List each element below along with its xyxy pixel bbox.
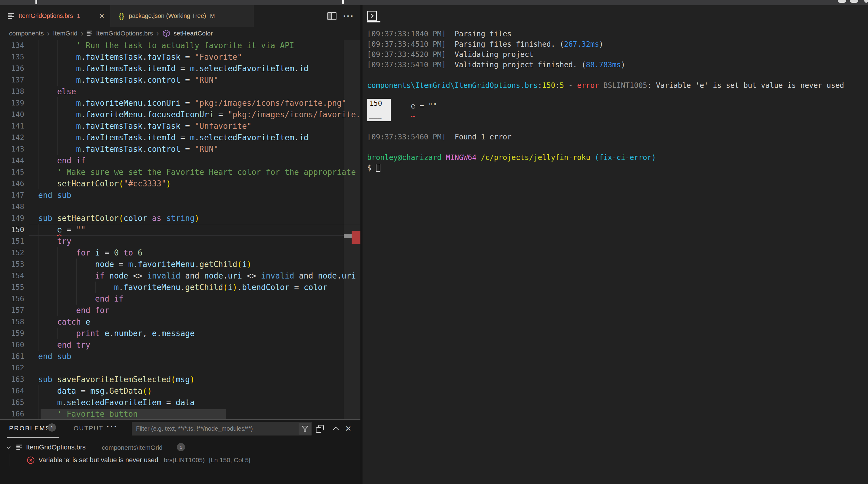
code-text: m.favoriteMenu.iconUri = "pkg:/images/ic…	[38, 97, 346, 109]
code-line[interactable]: 142 m.favItemsTask.itemId = m.selectedFa…	[0, 132, 361, 143]
editor-tab-bar: ItemGridOptions.brs 1 × {} package.json …	[0, 5, 361, 27]
file-list-icon	[8, 13, 14, 19]
line-number: 140	[0, 109, 24, 120]
code-line[interactable]: 152 for i = 0 to 6	[0, 247, 361, 258]
code-line[interactable]: 154 if node <> invalid and node.uri <> i…	[0, 270, 361, 282]
window-artifact	[850, 0, 858, 3]
code-line[interactable]: 138 else	[0, 86, 361, 97]
code-line[interactable]: 160 end try	[0, 339, 361, 351]
filter-input[interactable]	[132, 422, 297, 435]
line-number: 159	[0, 328, 24, 339]
code-line[interactable]: 156 end if	[0, 293, 361, 305]
code-text: m.favItemsTask.favTask = "Unfavorite"	[38, 120, 251, 132]
problems-file-name: ItemGridOptions.brs	[26, 444, 86, 451]
collapse-all-icon[interactable]	[315, 424, 325, 434]
code-line[interactable]: 143 m.favItemsTask.control = "RUN"	[0, 143, 361, 155]
code-text: data = msg.GetData()	[38, 385, 152, 397]
chevron-down-icon[interactable]	[5, 444, 12, 451]
code-line[interactable]: 149sub setHeartColor(color as string)	[0, 212, 361, 224]
code-line[interactable]: 158 catch e	[0, 316, 361, 328]
vscode-window: ItemGridOptions.brs 1 × {} package.json …	[0, 0, 868, 484]
code-line[interactable]: 166 ' Favorite button	[0, 408, 361, 420]
line-number: 141	[0, 120, 24, 132]
problems-error-row[interactable]: Variable 'e' is set but value is never u…	[0, 454, 361, 466]
code-line[interactable]: 164 data = msg.GetData()	[0, 385, 361, 397]
code-line[interactable]: 157 end for	[0, 305, 361, 316]
code-line[interactable]: 162	[0, 362, 361, 374]
code-line[interactable]: 137 m.favItemsTask.control = "RUN"	[0, 74, 361, 86]
line-number: 166	[0, 408, 24, 420]
close-icon[interactable]: ×	[99, 12, 104, 20]
line-number: 134	[0, 40, 24, 51]
file-list-icon	[87, 31, 93, 36]
more-tabs-icon[interactable]: ···	[106, 422, 118, 431]
terminal-panel[interactable]: 150 ___ [09:37:33:1840 PM] Parsing files…	[363, 5, 868, 484]
split-editor-icon[interactable]	[328, 12, 337, 20]
code-line[interactable]: 136 m.favItemsTask.itemId = m.selectedFa…	[0, 63, 361, 74]
code-line[interactable]: 165 m.selectedFavoriteItem = data	[0, 397, 361, 408]
breadcrumb-item-symbol[interactable]: setHeartColor	[174, 30, 213, 37]
code-line[interactable]: 134 ' Run the task to actually favorite …	[0, 40, 361, 51]
terminal-line: components\ItemGrid\ItemGridOptions.brs:…	[367, 80, 868, 91]
code-editor[interactable]: 134 ' Run the task to actually favorite …	[0, 40, 361, 420]
tab-problems[interactable]: PROBLEMS	[9, 425, 51, 432]
code-line[interactable]: 163sub saveFavoriteItemSelected(msg)	[0, 374, 361, 385]
tab-itemgridoptions[interactable]: ItemGridOptions.brs 1 ×	[0, 5, 110, 27]
code-text: end sub	[38, 190, 71, 201]
code-line[interactable]: 140 m.favoriteMenu.focusedIconUri = "pkg…	[0, 109, 361, 120]
code-line[interactable]: 147end sub	[0, 190, 361, 201]
code-text: m.selectedFavoriteItem = data	[38, 397, 195, 408]
line-number: 150	[0, 224, 24, 235]
code-line[interactable]: 141 m.favItemsTask.favTask = "Unfavorite…	[0, 120, 361, 132]
code-line[interactable]: 151 try	[0, 235, 361, 247]
line-number: 135	[0, 51, 24, 63]
problems-panel: PROBLEMS 1 OUTPUT ··· ×	[0, 420, 361, 484]
tab-label: ItemGridOptions.brs	[19, 12, 73, 20]
more-actions-icon[interactable]: ···	[343, 11, 354, 21]
error-icon	[27, 456, 35, 464]
problems-filter	[132, 422, 312, 435]
code-line[interactable]: 155 m.favoriteMenu.getChild(i).blendColo…	[0, 282, 361, 293]
line-number: 155	[0, 282, 24, 293]
window-artifact	[864, 0, 868, 3]
breadcrumb-item-file[interactable]: ItemGridOptions.brs	[96, 30, 153, 37]
code-lines: 134 ' Run the task to actually favorite …	[0, 40, 361, 420]
code-line[interactable]: 153 node = m.favoriteMenu.getChild(i)	[0, 258, 361, 270]
code-line[interactable]: 139 m.favoriteMenu.iconUri = "pkg:/image…	[0, 97, 361, 109]
code-text: sub setHeartColor(color as string)	[38, 212, 199, 224]
line-number: 158	[0, 316, 24, 328]
line-number: 160	[0, 339, 24, 351]
breadcrumb-item-components[interactable]: components	[9, 30, 43, 37]
error-message: Variable 'e' is set but value is never u…	[38, 456, 158, 464]
close-panel-icon[interactable]: ×	[343, 420, 354, 437]
panel-divider[interactable]	[361, 5, 363, 484]
code-text: print e.number, e.message	[38, 328, 195, 339]
code-line[interactable]: 161end sub	[0, 351, 361, 362]
code-line[interactable]: 145 ' Make sure we set the Favorite Hear…	[0, 166, 361, 178]
terminal-line	[367, 121, 868, 132]
code-text: end try	[38, 339, 90, 351]
code-line[interactable]: 150 e = ""	[0, 224, 361, 235]
line-number: 137	[0, 74, 24, 86]
breadcrumb-item-itemgrid[interactable]: ItemGrid	[53, 30, 78, 37]
filter-funnel-icon[interactable]	[299, 423, 311, 435]
titlebar-strip	[0, 0, 868, 5]
line-number: 151	[0, 235, 24, 247]
problems-file-row[interactable]: ItemGridOptions.brs components\ItemGrid …	[0, 441, 361, 454]
tab-packagejson[interactable]: {} package.json (Working Tree) M	[110, 5, 254, 27]
code-line[interactable]: 146 setHeartColor("#cc3333")	[0, 178, 361, 190]
code-line[interactable]: 144 end if	[0, 155, 361, 166]
code-text: ' Favorite button	[38, 408, 138, 420]
maximize-panel-icon[interactable]	[331, 425, 340, 433]
code-line[interactable]: 148	[0, 201, 361, 212]
code-text: ' Make sure we set the Favorite Heart co…	[38, 166, 361, 178]
terminal-line: [09:37:33:5460 PM] Found 1 error	[367, 132, 868, 142]
editor-scrollbar[interactable]	[344, 40, 361, 420]
tree-indent-guide	[9, 454, 9, 466]
code-line[interactable]: 135 m.favItemsTask.favTask = "Favorite"	[0, 51, 361, 63]
tab-output[interactable]: OUTPUT	[73, 425, 103, 432]
code-text: if node <> invalid and node.uri <> inval…	[38, 270, 361, 282]
code-line[interactable]: 159 print e.number, e.message	[0, 328, 361, 339]
line-number: 157	[0, 305, 24, 316]
overview-ruler-error-mark	[352, 231, 361, 244]
